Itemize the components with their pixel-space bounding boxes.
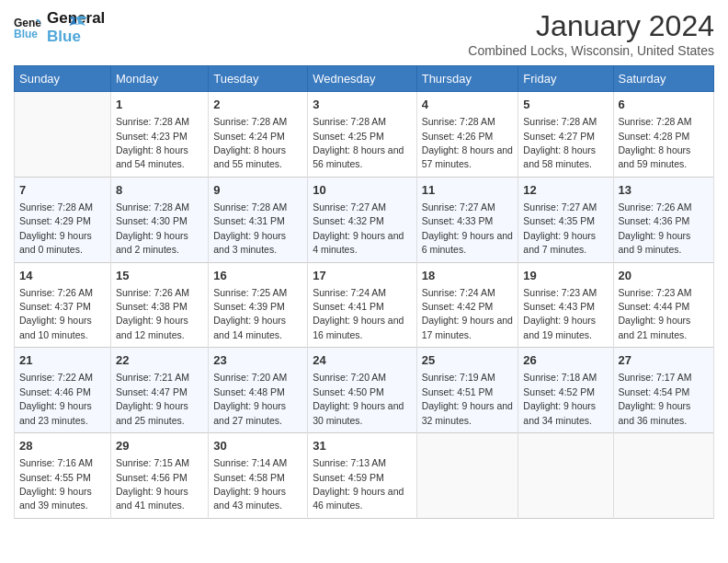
day-cell: 25Sunrise: 7:19 AMSunset: 4:51 PMDayligh… (416, 348, 518, 433)
week-row-3: 14Sunrise: 7:26 AMSunset: 4:37 PMDayligh… (15, 262, 714, 348)
day-cell: 16Sunrise: 7:25 AMSunset: 4:39 PMDayligh… (209, 262, 308, 348)
day-number: 26 (523, 352, 608, 369)
day-cell: 27Sunrise: 7:17 AMSunset: 4:54 PMDayligh… (613, 348, 713, 433)
logo: General Blue General Blue (14, 9, 88, 47)
day-number: 3 (313, 97, 412, 113)
day-number: 4 (422, 97, 514, 113)
week-row-1: 1Sunrise: 7:28 AMSunset: 4:23 PMDaylight… (15, 92, 714, 178)
header-cell-friday: Friday (518, 66, 613, 92)
day-number: 13 (619, 182, 709, 199)
week-row-5: 28Sunrise: 7:16 AMSunset: 4:55 PMDayligh… (15, 433, 714, 519)
day-info: Sunrise: 7:14 AMSunset: 4:58 PMDaylight:… (213, 457, 287, 511)
day-cell (613, 433, 713, 519)
day-cell: 7Sunrise: 7:28 AMSunset: 4:29 PMDaylight… (15, 177, 111, 262)
day-cell: 30Sunrise: 7:14 AMSunset: 4:58 PMDayligh… (209, 433, 308, 519)
day-number: 17 (313, 268, 412, 284)
day-info: Sunrise: 7:27 AMSunset: 4:33 PMDaylight:… (422, 201, 513, 255)
day-info: Sunrise: 7:23 AMSunset: 4:43 PMDaylight:… (523, 287, 597, 340)
day-number: 11 (422, 182, 514, 199)
day-info: Sunrise: 7:28 AMSunset: 4:30 PMDaylight:… (116, 201, 189, 255)
day-info: Sunrise: 7:28 AMSunset: 4:27 PMDaylight:… (523, 116, 597, 169)
day-cell: 23Sunrise: 7:20 AMSunset: 4:48 PMDayligh… (209, 348, 308, 433)
day-cell: 3Sunrise: 7:28 AMSunset: 4:25 PMDaylight… (308, 92, 417, 178)
day-info: Sunrise: 7:22 AMSunset: 4:46 PMDaylight:… (19, 372, 93, 425)
day-cell (416, 433, 518, 519)
subtitle: Combined Locks, Wisconsin, United States (468, 43, 714, 58)
day-cell: 8Sunrise: 7:28 AMSunset: 4:30 PMDaylight… (111, 177, 209, 262)
day-info: Sunrise: 7:24 AMSunset: 4:41 PMDaylight:… (313, 287, 404, 340)
day-cell: 18Sunrise: 7:24 AMSunset: 4:42 PMDayligh… (416, 262, 518, 348)
day-cell: 17Sunrise: 7:24 AMSunset: 4:41 PMDayligh… (308, 262, 417, 348)
header-row: SundayMondayTuesdayWednesdayThursdayFrid… (15, 66, 714, 92)
day-number: 27 (619, 352, 709, 369)
day-number: 2 (213, 97, 302, 113)
day-info: Sunrise: 7:17 AMSunset: 4:54 PMDaylight:… (619, 372, 692, 425)
day-number: 10 (313, 182, 412, 199)
day-cell: 22Sunrise: 7:21 AMSunset: 4:47 PMDayligh… (111, 348, 209, 433)
header-cell-wednesday: Wednesday (308, 66, 417, 92)
day-cell: 14Sunrise: 7:26 AMSunset: 4:37 PMDayligh… (15, 262, 111, 348)
day-info: Sunrise: 7:24 AMSunset: 4:42 PMDaylight:… (422, 287, 513, 340)
day-cell: 31Sunrise: 7:13 AMSunset: 4:59 PMDayligh… (308, 433, 417, 519)
header-cell-monday: Monday (111, 66, 209, 92)
day-number: 1 (116, 97, 203, 113)
day-number: 12 (523, 182, 608, 199)
day-info: Sunrise: 7:18 AMSunset: 4:52 PMDaylight:… (523, 372, 597, 425)
day-number: 29 (116, 438, 203, 454)
day-info: Sunrise: 7:26 AMSunset: 4:38 PMDaylight:… (116, 287, 189, 340)
day-number: 16 (213, 268, 302, 284)
week-row-4: 21Sunrise: 7:22 AMSunset: 4:46 PMDayligh… (15, 348, 714, 433)
logo-icon: General Blue (14, 14, 41, 41)
day-number: 5 (523, 97, 608, 113)
day-cell: 11Sunrise: 7:27 AMSunset: 4:33 PMDayligh… (416, 177, 518, 262)
logo-bird-icon (63, 14, 88, 34)
day-number: 9 (213, 182, 302, 199)
day-info: Sunrise: 7:20 AMSunset: 4:50 PMDaylight:… (313, 372, 404, 425)
day-number: 20 (619, 268, 709, 284)
header-cell-sunday: Sunday (15, 66, 111, 92)
day-number: 6 (619, 97, 709, 113)
day-info: Sunrise: 7:20 AMSunset: 4:48 PMDaylight:… (213, 372, 287, 425)
calendar-table: SundayMondayTuesdayWednesdayThursdayFrid… (14, 65, 714, 519)
week-row-2: 7Sunrise: 7:28 AMSunset: 4:29 PMDaylight… (15, 177, 714, 262)
day-info: Sunrise: 7:13 AMSunset: 4:59 PMDaylight:… (313, 457, 404, 511)
day-cell: 26Sunrise: 7:18 AMSunset: 4:52 PMDayligh… (518, 348, 613, 433)
day-cell: 29Sunrise: 7:15 AMSunset: 4:56 PMDayligh… (111, 433, 209, 519)
day-info: Sunrise: 7:28 AMSunset: 4:25 PMDaylight:… (313, 116, 404, 169)
day-cell: 21Sunrise: 7:22 AMSunset: 4:46 PMDayligh… (15, 348, 111, 433)
day-info: Sunrise: 7:28 AMSunset: 4:29 PMDaylight:… (19, 201, 93, 255)
day-number: 21 (19, 352, 106, 369)
day-cell: 13Sunrise: 7:26 AMSunset: 4:36 PMDayligh… (613, 177, 713, 262)
day-cell (518, 433, 613, 519)
day-cell: 10Sunrise: 7:27 AMSunset: 4:32 PMDayligh… (308, 177, 417, 262)
day-number: 14 (19, 268, 106, 284)
day-info: Sunrise: 7:28 AMSunset: 4:24 PMDaylight:… (213, 116, 287, 169)
day-number: 19 (523, 268, 608, 284)
day-info: Sunrise: 7:28 AMSunset: 4:31 PMDaylight:… (213, 201, 287, 255)
day-cell: 15Sunrise: 7:26 AMSunset: 4:38 PMDayligh… (111, 262, 209, 348)
day-info: Sunrise: 7:19 AMSunset: 4:51 PMDaylight:… (422, 372, 513, 425)
day-cell: 5Sunrise: 7:28 AMSunset: 4:27 PMDaylight… (518, 92, 613, 178)
day-number: 8 (116, 182, 203, 199)
day-number: 25 (422, 352, 514, 369)
day-cell (15, 92, 111, 178)
day-number: 24 (313, 352, 412, 369)
day-info: Sunrise: 7:28 AMSunset: 4:28 PMDaylight:… (619, 116, 692, 169)
day-number: 22 (116, 352, 203, 369)
day-cell: 28Sunrise: 7:16 AMSunset: 4:55 PMDayligh… (15, 433, 111, 519)
day-cell: 4Sunrise: 7:28 AMSunset: 4:26 PMDaylight… (416, 92, 518, 178)
day-number: 18 (422, 268, 514, 284)
header-cell-tuesday: Tuesday (209, 66, 308, 92)
calendar-header: SundayMondayTuesdayWednesdayThursdayFrid… (15, 66, 714, 92)
day-cell: 19Sunrise: 7:23 AMSunset: 4:43 PMDayligh… (518, 262, 613, 348)
day-number: 23 (213, 352, 302, 369)
day-info: Sunrise: 7:15 AMSunset: 4:56 PMDaylight:… (116, 457, 189, 511)
day-number: 31 (313, 438, 412, 454)
day-cell: 20Sunrise: 7:23 AMSunset: 4:44 PMDayligh… (613, 262, 713, 348)
day-number: 28 (19, 438, 106, 454)
day-info: Sunrise: 7:25 AMSunset: 4:39 PMDaylight:… (213, 287, 287, 340)
day-cell: 6Sunrise: 7:28 AMSunset: 4:28 PMDaylight… (613, 92, 713, 178)
day-info: Sunrise: 7:23 AMSunset: 4:44 PMDaylight:… (619, 287, 692, 340)
day-info: Sunrise: 7:16 AMSunset: 4:55 PMDaylight:… (19, 457, 93, 511)
day-number: 7 (19, 182, 106, 199)
